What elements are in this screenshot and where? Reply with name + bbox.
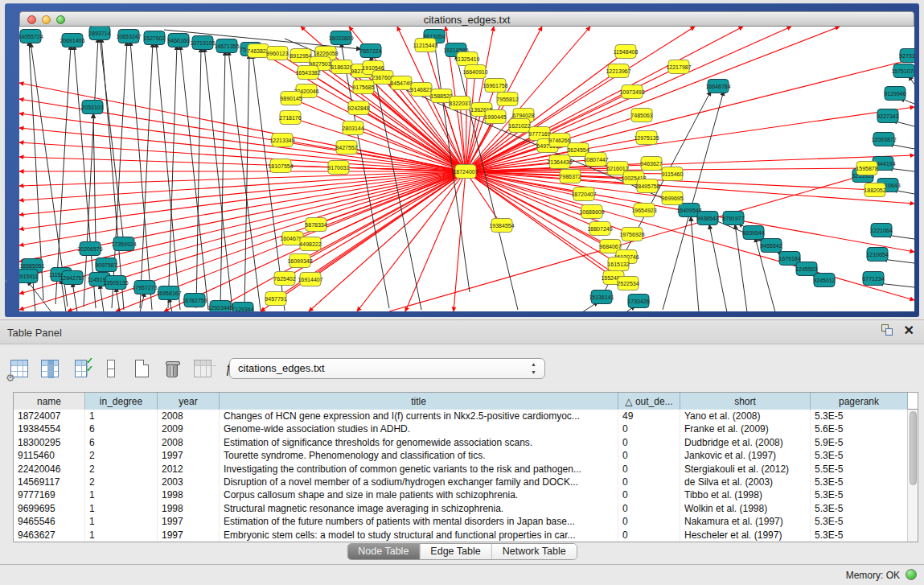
column-header-pagerank[interactable]: pagerank (811, 393, 908, 410)
network-node[interactable]: 9455542 (760, 239, 782, 253)
column-header-name[interactable]: name (14, 393, 85, 410)
network-node[interactable]: 19756928 (619, 228, 644, 241)
network-node[interactable]: 9175685 (352, 80, 374, 94)
network-node[interactable]: 7625402 (273, 272, 295, 286)
table-selector[interactable]: citations_edges.txt ▲▼ (229, 358, 545, 379)
close-panel-icon[interactable]: ✕ (904, 324, 914, 337)
table-row[interactable]: 969969511998Structural magnetic resonanc… (14, 502, 918, 515)
network-node[interactable]: 9097587 (95, 258, 117, 272)
table-row[interactable]: 1456911722003Disruption of a novel membe… (14, 476, 918, 488)
network-node[interactable]: 2053103 (81, 101, 103, 114)
network-node[interactable]: 9242848 (347, 101, 369, 115)
delete-table-icon[interactable] (161, 356, 183, 381)
table-row[interactable]: 946554611997Estimation of the future num… (14, 515, 918, 528)
network-node[interactable]: 10807447 (583, 153, 608, 167)
network-node[interactable]: 16958167 (156, 286, 181, 300)
table-row[interactable]: 2242004622012Investigating the contribut… (14, 463, 918, 476)
network-node[interactable]: 12093872 (871, 133, 896, 146)
network-node[interactable]: 1595878 (856, 162, 877, 175)
network-node[interactable]: 1882052 (864, 183, 885, 197)
network-node[interactable]: 2893714 (88, 27, 110, 40)
network-node[interactable]: 16648784 (705, 80, 730, 93)
column-header-year[interactable]: year (158, 393, 220, 410)
network-node[interactable]: 14055724 (19, 30, 43, 43)
network-node[interactable]: 9227343 (877, 109, 898, 123)
network-node[interactable]: 12213967 (606, 64, 630, 78)
network-node[interactable]: 2803144 (342, 122, 363, 135)
network-node[interactable]: 12213349 (269, 134, 294, 147)
network-node[interactable]: 3915911 (19, 270, 38, 283)
network-node[interactable]: 18807249 (587, 222, 612, 236)
panel-collapse-handle[interactable]: ‹ (5, 275, 10, 286)
network-node[interactable]: 12217987 (666, 60, 691, 74)
network-node[interactable]: 4498222 (299, 237, 321, 251)
vertical-scrollbar[interactable] (907, 410, 918, 542)
network-node[interactable]: 20206576 (77, 242, 102, 256)
network-node[interactable]: 1527602 (143, 31, 165, 45)
column-header-title[interactable]: title (220, 393, 618, 410)
network-node[interactable]: 9146821 (410, 83, 432, 97)
network-node[interactable]: 7955812 (496, 93, 518, 106)
network-node[interactable]: 7986372 (559, 170, 581, 183)
network-node[interactable]: 1621022 (508, 119, 530, 133)
table-row[interactable]: 1830029562008Estimation of significance … (14, 436, 918, 449)
network-window-titlebar[interactable]: citations_edges.txt (19, 11, 914, 27)
network-node[interactable]: 8454749 (390, 76, 412, 90)
network-node[interactable]: 1733426 (627, 295, 649, 308)
network-node[interactable]: 16033809 (328, 31, 353, 45)
table-row[interactable]: 946362711997Embryonic stem cells: a mode… (14, 529, 918, 542)
network-node[interactable]: 7485063 (630, 109, 652, 122)
network-node[interactable]: 1615132 (607, 257, 629, 271)
network-node[interactable]: 11215443 (413, 39, 438, 52)
network-node[interactable]: 14671355 (214, 39, 239, 53)
table-settings-icon[interactable]: ⚙ (8, 356, 31, 381)
network-node[interactable]: 9699695 (661, 192, 683, 205)
network-node[interactable]: 9115460 (662, 167, 684, 181)
network-node[interactable]: 15751074 (891, 64, 914, 78)
network-node[interactable]: 2718176 (279, 111, 301, 125)
network-node[interactable]: 1245503 (795, 262, 817, 276)
network-node[interactable]: 16961758 (483, 79, 507, 93)
tab-edge-table[interactable]: Edge Table (420, 544, 491, 559)
network-node[interactable]: 11325419 (455, 52, 480, 66)
network-node[interactable]: 12975135 (634, 131, 659, 145)
network-node[interactable]: 10973493 (619, 85, 644, 99)
memory-indicator[interactable] (906, 569, 917, 580)
network-node[interactable]: 20691406 (60, 34, 84, 47)
network-node[interactable]: 9273344 (899, 49, 914, 63)
network-canvas[interactable]: 1405572420691406289371410653247152760294… (19, 27, 914, 311)
column-header-short[interactable]: short (680, 393, 811, 410)
network-node[interactable]: 8186328 (331, 60, 352, 74)
network-node[interactable]: 16640910 (462, 65, 487, 79)
network-node[interactable]: 6771234 (862, 272, 884, 286)
network-node[interactable]: 16543382 (295, 66, 320, 80)
table-row[interactable]: 1872400712008Changes of HCN gene express… (14, 410, 918, 422)
tab-network-table[interactable]: Network Table (492, 544, 577, 559)
tab-node-table[interactable]: Node Table (347, 544, 420, 559)
column-header-in_degree[interactable]: in_degree (85, 393, 158, 410)
network-node[interactable]: 8939544 (742, 226, 764, 240)
show-column-icon[interactable] (39, 356, 61, 381)
scrollbar-thumb[interactable] (910, 411, 917, 485)
select-columns-icon[interactable]: ✓✓ (69, 356, 92, 381)
network-node[interactable]: 1990445 (484, 110, 506, 124)
network-node[interactable]: 28495758 (634, 179, 659, 193)
network-node[interactable]: 16914407 (298, 273, 322, 286)
network-node[interactable]: 7129344 (232, 303, 253, 312)
network-node[interactable]: 9960123 (266, 47, 288, 60)
network-node[interactable]: 9463627 (640, 157, 662, 171)
network-node[interactable]: 16099348 (287, 254, 312, 268)
network-node[interactable]: 16782759 (182, 294, 207, 307)
new-table-icon[interactable] (130, 356, 153, 381)
network-node[interactable]: 9746266 (548, 134, 570, 147)
table-row[interactable]: 1938455462009Genome-wide association stu… (14, 422, 918, 435)
table-row[interactable]: 911546021997Tourette syndrome. Phenomeno… (14, 449, 918, 462)
network-node[interactable]: 18107554 (268, 159, 293, 173)
network-node[interactable]: 13505135 (103, 276, 128, 290)
network-node[interactable]: 21364436 (547, 155, 572, 169)
network-node[interactable]: 17359924 (111, 237, 136, 251)
network-node[interactable]: 9938543 (696, 212, 718, 225)
network-node[interactable]: 1221064 (870, 224, 892, 237)
network-node[interactable]: 9457791 (265, 292, 286, 306)
network-node[interactable]: 8427552 (335, 141, 357, 154)
